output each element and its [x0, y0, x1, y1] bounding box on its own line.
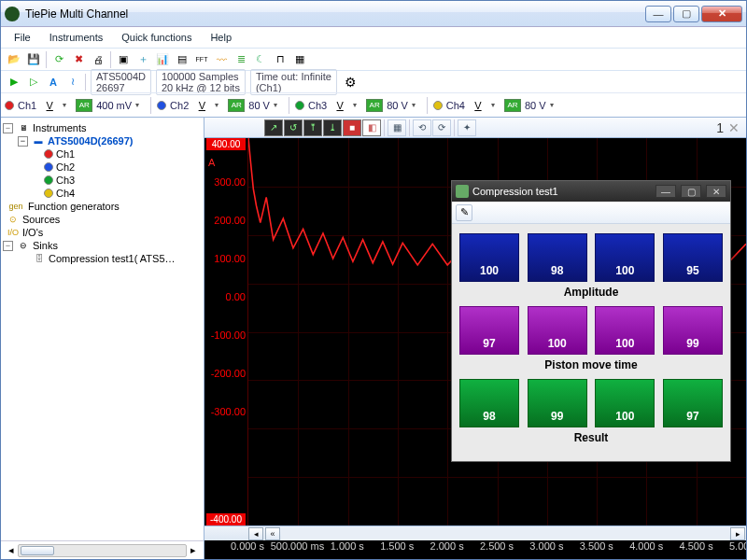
coupling-icon[interactable]: V [40, 96, 59, 115]
graph-close-icon[interactable]: ✕ [728, 120, 743, 135]
result-tile[interactable]: 100 [459, 233, 519, 282]
ch-dot-icon[interactable] [295, 101, 304, 110]
expander-icon[interactable]: − [3, 241, 13, 251]
sample-info[interactable]: 100000 Samples 20 kHz @ 12 bits [156, 69, 246, 95]
gtool-icon[interactable]: ↺ [284, 119, 303, 136]
popup-maximize-button[interactable]: ▢ [681, 185, 701, 198]
result-tile[interactable]: 99 [663, 306, 723, 355]
coupling-icon[interactable]: V [331, 96, 349, 115]
maximize-button[interactable]: ▢ [673, 6, 699, 22]
result-tile[interactable]: 97 [459, 306, 519, 355]
result-tile[interactable]: 99 [528, 379, 587, 427]
play-icon[interactable]: ▶ [5, 73, 23, 91]
moon-icon[interactable]: ☾ [251, 50, 270, 69]
tree-sink1[interactable]: Compression test1( ATS5… [49, 253, 176, 264]
tree-ch3[interactable]: Ch3 [56, 175, 75, 186]
ch-range[interactable]: 400 mV [96, 100, 132, 111]
wave-icon[interactable]: 〰 [212, 50, 231, 69]
scroll-right-icon[interactable]: ▸ [730, 527, 745, 540]
tree-ch4[interactable]: Ch4 [56, 188, 75, 199]
gtool-icon[interactable]: ⤒ [303, 119, 322, 136]
ch-label[interactable]: Ch2 [170, 100, 189, 111]
spinner-icon[interactable]: ⚙ [340, 73, 362, 91]
ch-range[interactable]: 80 V [525, 100, 546, 111]
tree-hscroll[interactable]: ◂ ▸ [1, 540, 204, 559]
close-button[interactable]: ✕ [701, 6, 742, 22]
menu-help[interactable]: Help [203, 30, 239, 45]
result-tile[interactable]: 100 [595, 233, 655, 282]
single-icon[interactable]: ▷ [24, 73, 43, 91]
autorange-icon[interactable]: AR [366, 99, 383, 112]
result-tile[interactable]: 98 [459, 379, 519, 427]
timeout-info[interactable]: Time out: Infinite (Ch1) [250, 69, 337, 95]
tree-sources[interactable]: Sources [22, 214, 60, 225]
print-icon[interactable]: 🖨 [89, 50, 107, 69]
result-tile[interactable]: 95 [663, 233, 723, 282]
cancel-icon[interactable]: ✖ [69, 50, 88, 69]
tree-device[interactable]: ATS5004D(26697) [48, 135, 134, 147]
ch-dot-icon[interactable] [433, 101, 443, 110]
menu-quick[interactable]: Quick functions [114, 30, 199, 45]
wave2-icon[interactable]: ≀ [63, 73, 82, 91]
expander-icon[interactable]: − [18, 136, 28, 147]
ch-dot-icon[interactable] [157, 101, 166, 110]
popup-titlebar[interactable]: Compression test1 — ▢ ✕ [452, 181, 730, 202]
tree-instruments[interactable]: Instruments [33, 122, 86, 133]
menu-instruments[interactable]: Instruments [42, 30, 110, 45]
connector-icon[interactable]: ⊓ [271, 50, 289, 69]
menu-file[interactable]: File [7, 30, 38, 45]
signal-icon[interactable]: ≣ [232, 50, 250, 69]
autorange-icon[interactable]: AR [228, 99, 245, 112]
tree-ch2[interactable]: Ch2 [56, 161, 75, 173]
fft-icon[interactable]: FFT [192, 50, 211, 69]
popup-minimize-button[interactable]: — [655, 185, 676, 198]
autorange-icon[interactable]: AR [76, 99, 92, 112]
gtool-icon[interactable]: ▦ [388, 119, 406, 136]
gtool-icon[interactable]: ■ [343, 119, 361, 136]
auto-icon[interactable]: A [44, 73, 63, 91]
expander-icon[interactable]: − [3, 123, 13, 133]
ch-label[interactable]: Ch3 [308, 100, 327, 111]
result-tile[interactable]: 100 [528, 306, 587, 355]
coupling-icon[interactable]: V [469, 96, 487, 115]
gtool-icon[interactable]: ⤓ [323, 119, 342, 136]
minimize-button[interactable]: — [645, 6, 671, 22]
coupling-icon[interactable]: V [192, 96, 211, 115]
gtool-icon[interactable]: ⟳ [432, 119, 451, 136]
gtool-icon[interactable]: ◧ [362, 119, 381, 136]
tool-icon[interactable]: ▣ [114, 50, 133, 69]
gtool-icon[interactable]: ✦ [458, 119, 476, 136]
ch-range[interactable]: 80 V [387, 100, 408, 111]
open-icon[interactable]: 📂 [5, 50, 23, 69]
clip-icon[interactable]: ▤ [173, 50, 191, 69]
titlebar[interactable]: TiePie Multi Channel — ▢ ✕ [1, 1, 746, 27]
row-label: Piston move time [459, 358, 723, 371]
chart-icon[interactable]: 📊 [153, 50, 172, 69]
tree-fngen[interactable]: Function generators [28, 201, 120, 212]
graph-hscroll[interactable]: ◂ « ▸ [204, 525, 746, 540]
popup-close-button[interactable]: ✕ [706, 185, 726, 198]
ch-dot-icon[interactable] [5, 101, 14, 110]
tree-ch1[interactable]: Ch1 [56, 148, 75, 160]
result-tile[interactable]: 100 [595, 379, 655, 427]
y-axis[interactable]: 400.00 A 300.00200.00100.000.00-100.00-2… [204, 138, 247, 525]
save-icon[interactable]: 💾 [24, 50, 43, 69]
gtool-icon[interactable]: ↗ [264, 119, 283, 136]
result-tile[interactable]: 97 [663, 379, 723, 427]
autorange-icon[interactable]: AR [504, 99, 521, 112]
ch-range[interactable]: 80 V [248, 100, 270, 111]
ch-label[interactable]: Ch4 [446, 100, 465, 111]
tree-ios[interactable]: I/O's [22, 227, 43, 238]
result-tile[interactable]: 100 [595, 306, 655, 355]
device-info[interactable]: ATS5004D 26697 [91, 69, 151, 95]
scroll-left2-icon[interactable]: « [265, 527, 280, 540]
gtool-icon[interactable]: ⟲ [413, 119, 431, 136]
result-tile[interactable]: 98 [528, 233, 587, 282]
refresh-icon[interactable]: ⟳ [49, 50, 68, 69]
add-icon[interactable]: ＋ [134, 50, 152, 69]
meter-icon[interactable]: ▦ [290, 50, 309, 69]
scroll-left-icon[interactable]: ◂ [248, 527, 263, 540]
popup-tool-icon[interactable]: ✎ [456, 204, 472, 221]
ch-label[interactable]: Ch1 [18, 100, 36, 111]
tree-sinks[interactable]: Sinks [33, 240, 58, 251]
